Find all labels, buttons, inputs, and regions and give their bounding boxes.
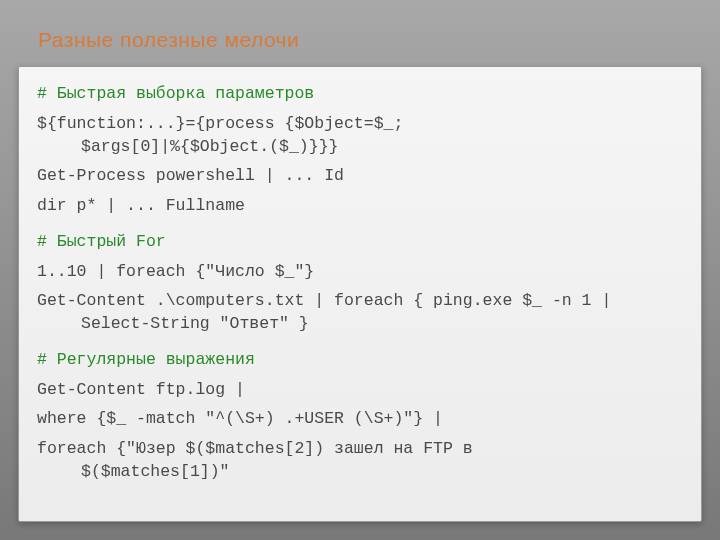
code-line: 1..10 | foreach {"Число $_"} xyxy=(37,261,683,284)
code-line: foreach {"Юзер $($matches[2]) зашел на F… xyxy=(37,438,683,461)
slide: Разные полезные мелочи # Быстрая выборка… xyxy=(0,0,720,540)
code-line: Get-Process powershell | ... Id xyxy=(37,165,683,188)
comment-line: # Быстрая выборка параметров xyxy=(37,83,683,106)
comment-line: # Быстрый For xyxy=(37,231,683,254)
code-block: # Быстрая выборка параметров ${function:… xyxy=(18,66,702,522)
code-line: dir p* | ... Fullname xyxy=(37,195,683,218)
code-line: Get-Content .\computers.txt | foreach { … xyxy=(37,290,683,313)
comment-line: # Регулярные выражения xyxy=(37,349,683,372)
code-line: $($matches[1])" xyxy=(37,461,683,484)
code-line: Select-String "Ответ" } xyxy=(37,313,683,336)
code-line: where {$_ -match "^(\S+) .+USER (\S+)"} … xyxy=(37,408,683,431)
code-line: Get-Content ftp.log | xyxy=(37,379,683,402)
slide-title: Разные полезные мелочи xyxy=(38,28,299,52)
code-line: ${function:...}={process {$Object=$_; xyxy=(37,113,683,136)
code-line: $args[0]|%{$Object.($_)}}} xyxy=(37,136,683,159)
